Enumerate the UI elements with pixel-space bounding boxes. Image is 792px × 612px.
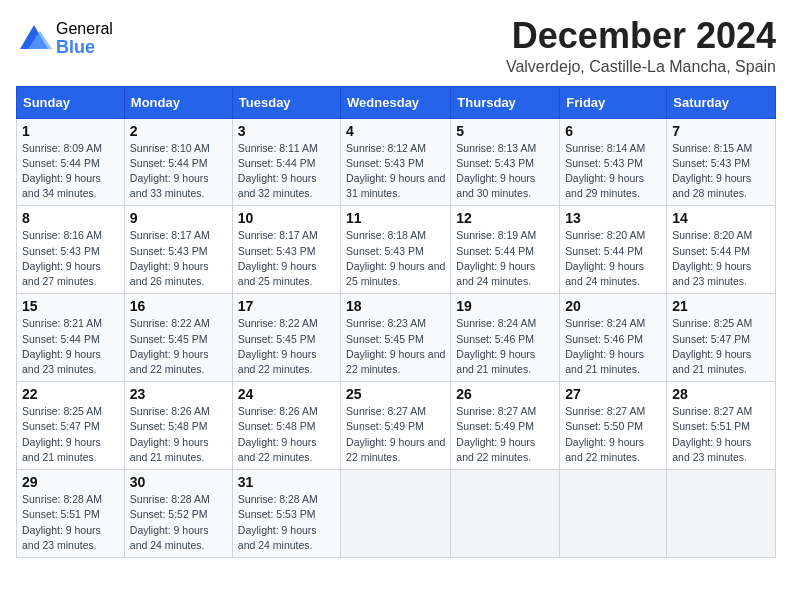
table-row: 13Sunrise: 8:20 AM Sunset: 5:44 PM Dayli… <box>560 206 667 294</box>
day-number: 20 <box>565 298 661 314</box>
day-info: Sunrise: 8:26 AM Sunset: 5:48 PM Dayligh… <box>238 404 335 465</box>
logo-icon <box>16 21 52 57</box>
day-number: 2 <box>130 123 227 139</box>
table-row: 2Sunrise: 8:10 AM Sunset: 5:44 PM Daylig… <box>124 118 232 206</box>
day-number: 30 <box>130 474 227 490</box>
day-number: 7 <box>672 123 770 139</box>
day-info: Sunrise: 8:15 AM Sunset: 5:43 PM Dayligh… <box>672 141 770 202</box>
table-row: 17Sunrise: 8:22 AM Sunset: 5:45 PM Dayli… <box>232 294 340 382</box>
day-info: Sunrise: 8:27 AM Sunset: 5:50 PM Dayligh… <box>565 404 661 465</box>
day-number: 8 <box>22 210 119 226</box>
day-info: Sunrise: 8:12 AM Sunset: 5:43 PM Dayligh… <box>346 141 445 202</box>
day-number: 5 <box>456 123 554 139</box>
day-number: 23 <box>130 386 227 402</box>
table-row: 5Sunrise: 8:13 AM Sunset: 5:43 PM Daylig… <box>451 118 560 206</box>
logo-text: General Blue <box>56 20 113 57</box>
day-info: Sunrise: 8:21 AM Sunset: 5:44 PM Dayligh… <box>22 316 119 377</box>
day-number: 22 <box>22 386 119 402</box>
day-info: Sunrise: 8:13 AM Sunset: 5:43 PM Dayligh… <box>456 141 554 202</box>
table-row: 15Sunrise: 8:21 AM Sunset: 5:44 PM Dayli… <box>17 294 125 382</box>
table-row: 24Sunrise: 8:26 AM Sunset: 5:48 PM Dayli… <box>232 382 340 470</box>
col-tuesday: Tuesday <box>232 86 340 118</box>
calendar-header-row: Sunday Monday Tuesday Wednesday Thursday… <box>17 86 776 118</box>
day-info: Sunrise: 8:27 AM Sunset: 5:49 PM Dayligh… <box>346 404 445 465</box>
day-number: 26 <box>456 386 554 402</box>
table-row: 19Sunrise: 8:24 AM Sunset: 5:46 PM Dayli… <box>451 294 560 382</box>
day-info: Sunrise: 8:18 AM Sunset: 5:43 PM Dayligh… <box>346 228 445 289</box>
col-friday: Friday <box>560 86 667 118</box>
table-row: 4Sunrise: 8:12 AM Sunset: 5:43 PM Daylig… <box>341 118 451 206</box>
day-number: 12 <box>456 210 554 226</box>
day-info: Sunrise: 8:22 AM Sunset: 5:45 PM Dayligh… <box>130 316 227 377</box>
day-info: Sunrise: 8:09 AM Sunset: 5:44 PM Dayligh… <box>22 141 119 202</box>
day-info: Sunrise: 8:10 AM Sunset: 5:44 PM Dayligh… <box>130 141 227 202</box>
day-number: 21 <box>672 298 770 314</box>
table-row: 31Sunrise: 8:28 AM Sunset: 5:53 PM Dayli… <box>232 470 340 558</box>
table-row: 29Sunrise: 8:28 AM Sunset: 5:51 PM Dayli… <box>17 470 125 558</box>
day-number: 9 <box>130 210 227 226</box>
day-number: 28 <box>672 386 770 402</box>
table-row: 23Sunrise: 8:26 AM Sunset: 5:48 PM Dayli… <box>124 382 232 470</box>
day-number: 17 <box>238 298 335 314</box>
month-title: December 2024 <box>506 16 776 56</box>
day-number: 13 <box>565 210 661 226</box>
day-info: Sunrise: 8:25 AM Sunset: 5:47 PM Dayligh… <box>22 404 119 465</box>
calendar-row: 15Sunrise: 8:21 AM Sunset: 5:44 PM Dayli… <box>17 294 776 382</box>
day-info: Sunrise: 8:25 AM Sunset: 5:47 PM Dayligh… <box>672 316 770 377</box>
day-info: Sunrise: 8:16 AM Sunset: 5:43 PM Dayligh… <box>22 228 119 289</box>
table-row: 21Sunrise: 8:25 AM Sunset: 5:47 PM Dayli… <box>667 294 776 382</box>
day-number: 3 <box>238 123 335 139</box>
day-info: Sunrise: 8:28 AM Sunset: 5:53 PM Dayligh… <box>238 492 335 553</box>
table-row: 18Sunrise: 8:23 AM Sunset: 5:45 PM Dayli… <box>341 294 451 382</box>
table-row: 22Sunrise: 8:25 AM Sunset: 5:47 PM Dayli… <box>17 382 125 470</box>
table-row: 26Sunrise: 8:27 AM Sunset: 5:49 PM Dayli… <box>451 382 560 470</box>
day-info: Sunrise: 8:22 AM Sunset: 5:45 PM Dayligh… <box>238 316 335 377</box>
day-info: Sunrise: 8:20 AM Sunset: 5:44 PM Dayligh… <box>672 228 770 289</box>
table-row <box>560 470 667 558</box>
table-row: 27Sunrise: 8:27 AM Sunset: 5:50 PM Dayli… <box>560 382 667 470</box>
table-row: 1Sunrise: 8:09 AM Sunset: 5:44 PM Daylig… <box>17 118 125 206</box>
table-row: 20Sunrise: 8:24 AM Sunset: 5:46 PM Dayli… <box>560 294 667 382</box>
day-info: Sunrise: 8:17 AM Sunset: 5:43 PM Dayligh… <box>130 228 227 289</box>
title-section: December 2024 Valverdejo, Castille-La Ma… <box>506 16 776 76</box>
day-number: 10 <box>238 210 335 226</box>
table-row: 25Sunrise: 8:27 AM Sunset: 5:49 PM Dayli… <box>341 382 451 470</box>
col-wednesday: Wednesday <box>341 86 451 118</box>
day-number: 19 <box>456 298 554 314</box>
logo-blue: Blue <box>56 38 113 58</box>
day-info: Sunrise: 8:14 AM Sunset: 5:43 PM Dayligh… <box>565 141 661 202</box>
calendar-row: 22Sunrise: 8:25 AM Sunset: 5:47 PM Dayli… <box>17 382 776 470</box>
day-info: Sunrise: 8:27 AM Sunset: 5:51 PM Dayligh… <box>672 404 770 465</box>
table-row: 14Sunrise: 8:20 AM Sunset: 5:44 PM Dayli… <box>667 206 776 294</box>
table-row <box>341 470 451 558</box>
day-info: Sunrise: 8:26 AM Sunset: 5:48 PM Dayligh… <box>130 404 227 465</box>
table-row: 9Sunrise: 8:17 AM Sunset: 5:43 PM Daylig… <box>124 206 232 294</box>
calendar-row: 29Sunrise: 8:28 AM Sunset: 5:51 PM Dayli… <box>17 470 776 558</box>
table-row: 30Sunrise: 8:28 AM Sunset: 5:52 PM Dayli… <box>124 470 232 558</box>
day-number: 18 <box>346 298 445 314</box>
logo-general: General <box>56 20 113 38</box>
table-row: 6Sunrise: 8:14 AM Sunset: 5:43 PM Daylig… <box>560 118 667 206</box>
day-number: 14 <box>672 210 770 226</box>
day-number: 31 <box>238 474 335 490</box>
calendar: Sunday Monday Tuesday Wednesday Thursday… <box>16 86 776 558</box>
day-info: Sunrise: 8:17 AM Sunset: 5:43 PM Dayligh… <box>238 228 335 289</box>
table-row: 10Sunrise: 8:17 AM Sunset: 5:43 PM Dayli… <box>232 206 340 294</box>
col-saturday: Saturday <box>667 86 776 118</box>
day-info: Sunrise: 8:24 AM Sunset: 5:46 PM Dayligh… <box>456 316 554 377</box>
table-row: 28Sunrise: 8:27 AM Sunset: 5:51 PM Dayli… <box>667 382 776 470</box>
calendar-row: 8Sunrise: 8:16 AM Sunset: 5:43 PM Daylig… <box>17 206 776 294</box>
day-info: Sunrise: 8:27 AM Sunset: 5:49 PM Dayligh… <box>456 404 554 465</box>
table-row: 16Sunrise: 8:22 AM Sunset: 5:45 PM Dayli… <box>124 294 232 382</box>
logo: General Blue <box>16 20 113 57</box>
header: General Blue December 2024 Valverdejo, C… <box>16 16 776 76</box>
day-number: 1 <box>22 123 119 139</box>
day-info: Sunrise: 8:11 AM Sunset: 5:44 PM Dayligh… <box>238 141 335 202</box>
location-title: Valverdejo, Castille-La Mancha, Spain <box>506 58 776 76</box>
table-row: 3Sunrise: 8:11 AM Sunset: 5:44 PM Daylig… <box>232 118 340 206</box>
day-info: Sunrise: 8:28 AM Sunset: 5:52 PM Dayligh… <box>130 492 227 553</box>
calendar-row: 1Sunrise: 8:09 AM Sunset: 5:44 PM Daylig… <box>17 118 776 206</box>
table-row: 8Sunrise: 8:16 AM Sunset: 5:43 PM Daylig… <box>17 206 125 294</box>
day-info: Sunrise: 8:23 AM Sunset: 5:45 PM Dayligh… <box>346 316 445 377</box>
col-thursday: Thursday <box>451 86 560 118</box>
